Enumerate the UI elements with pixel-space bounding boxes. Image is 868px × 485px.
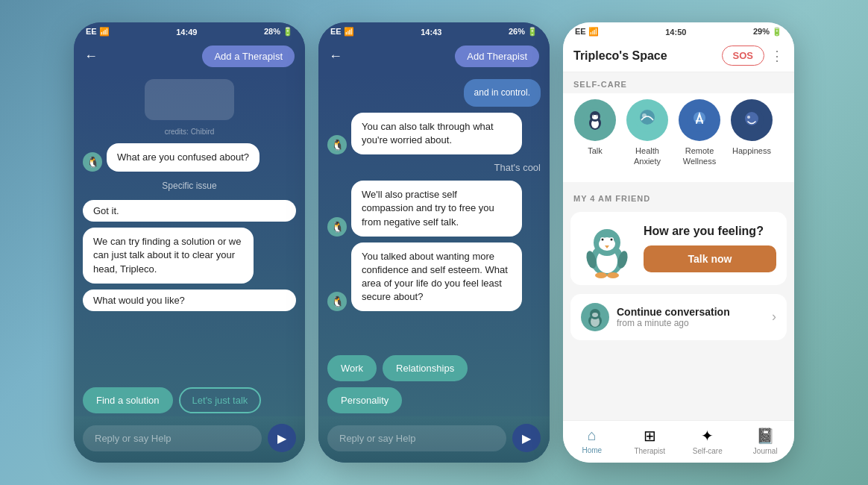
more-icon[interactable]: ⋮ — [770, 48, 784, 64]
bot-row-1: 🐧 What are you confused about? — [83, 143, 296, 172]
phone-header-2: ← Add Therapist — [318, 40, 550, 73]
battery-2: 26% 🔋 — [509, 27, 538, 37]
friend-question: How are you feeling? — [644, 225, 776, 238]
chevron-right-icon: › — [772, 309, 776, 325]
self-care-title: SELF-CARE — [563, 72, 794, 93]
space-title: Tripleco's Space — [573, 49, 667, 63]
send-button-2[interactable]: ▶ — [512, 424, 541, 452]
care-item-happiness[interactable]: Happiness — [730, 99, 773, 167]
nav-selfcare[interactable]: ✦ Self-care — [679, 427, 737, 455]
chat-options-1: Find a solution Let's just talk — [74, 384, 305, 416]
care-circle-talk — [574, 99, 616, 141]
phone-body-1: credits: Chibird 🐧 What are you confused… — [74, 73, 305, 463]
add-therapist-button-2[interactable]: Add Therapist — [455, 46, 539, 67]
status-bar-1: EE 📶 14:49 28% 🔋 — [74, 22, 305, 40]
relationships-button[interactable]: Relationships — [383, 355, 468, 381]
section-label-1: Specific issue — [83, 178, 296, 194]
friend-content: How are you feeling? Talk now — [644, 225, 776, 272]
reply-input-2[interactable]: Reply or say Help — [327, 425, 506, 451]
time-2: 14:43 — [421, 28, 441, 37]
care-item-anxiety[interactable]: Health Anxiety — [626, 99, 669, 167]
user-plain-1: That's cool — [327, 160, 541, 175]
phone-2: EE 📶 14:43 26% 🔋 ← Add Therapist and in … — [318, 22, 550, 463]
friend-section: How are you feeling? Talk now — [570, 212, 787, 285]
status-bar-3: EE 📶 14:50 29% 🔋 — [563, 22, 794, 40]
light-header: Tripleco's Space SOS ⋮ — [563, 40, 794, 72]
svg-point-7 — [593, 115, 594, 116]
bottom-nav: ⌂ Home ⊞ Therapist ✦ Self-care 📓 Journal — [563, 420, 794, 463]
bot-row-2c: 🐧 You talked about wanting more confiden… — [327, 242, 541, 312]
carrier-3: EE 📶 — [575, 27, 599, 37]
nav-home[interactable]: ⌂ Home — [563, 427, 621, 455]
sos-button[interactable]: SOS — [722, 46, 764, 66]
nav-journal[interactable]: 📓 Journal — [737, 427, 795, 455]
bubble-bot-solution: We can try finding a solution or we can … — [83, 228, 254, 284]
time-3: 14:50 — [665, 28, 686, 37]
bubble-bot-2b: We'll also practise self compassion and … — [351, 181, 522, 237]
care-circle-anxiety — [626, 99, 668, 141]
continue-text: Continue conversation from a minute ago — [617, 306, 764, 328]
work-button[interactable]: Work — [327, 355, 377, 381]
nav-therapist[interactable]: ⊞ Therapist — [621, 427, 679, 455]
self-care-row: Talk Health Anxiety — [563, 96, 794, 175]
chat-area-1: credits: Chibird 🐧 What are you confused… — [74, 73, 305, 384]
send-button-1[interactable]: ▶ — [268, 424, 296, 452]
journal-icon: 📓 — [756, 427, 775, 445]
add-therapist-button-1[interactable]: Add a Therapist — [202, 46, 295, 67]
care-circle-wellness — [679, 99, 720, 141]
bubble-bot-1: What are you confused about? — [107, 143, 260, 172]
image-bubble-1 — [145, 79, 234, 120]
input-area-2: Reply or say Help ▶ — [318, 416, 550, 463]
bubble-small-what: What would you like? — [83, 290, 296, 311]
input-area-1: Reply or say Help ▶ — [74, 416, 305, 463]
credits-1: credits: Chibird — [159, 126, 221, 137]
avatar-2a: 🐧 — [327, 135, 347, 154]
carrier-2: EE 📶 — [330, 27, 354, 37]
care-item-wellness[interactable]: Remote Wellness — [678, 99, 721, 167]
care-circle-happiness — [731, 99, 773, 141]
find-solution-button[interactable]: Find a solution — [83, 387, 173, 413]
bubble-bot-2c: You talked about wanting more confidence… — [351, 242, 522, 312]
care-label-happiness: Happiness — [732, 146, 771, 156]
continue-title: Continue conversation — [617, 306, 764, 318]
nav-home-label: Home — [582, 446, 602, 454]
back-arrow-1[interactable]: ← — [84, 48, 98, 64]
lets-talk-button[interactable]: Let's just talk — [179, 387, 262, 413]
reply-input-1[interactable]: Reply or say Help — [83, 425, 262, 451]
nav-therapist-label: Therapist — [634, 447, 665, 455]
phone-1: EE 📶 14:49 28% 🔋 ← Add a Therapist credi… — [74, 22, 305, 463]
continue-avatar — [581, 303, 609, 331]
svg-point-27 — [607, 272, 619, 278]
phone-body-3: SELF-CARE — [563, 72, 794, 420]
svg-point-24 — [602, 238, 604, 240]
svg-point-26 — [595, 272, 607, 278]
phone-header-1: ← Add a Therapist — [74, 40, 305, 73]
bubble-user-1: and in control. — [464, 79, 541, 107]
svg-point-25 — [611, 238, 613, 240]
talk-now-button[interactable]: Talk now — [644, 245, 776, 272]
care-label-anxiety: Health Anxiety — [634, 146, 661, 167]
nav-journal-label: Journal — [753, 447, 778, 455]
svg-point-8 — [597, 115, 597, 116]
time-1: 14:49 — [176, 28, 197, 37]
home-icon: ⌂ — [588, 427, 597, 444]
care-item-talk[interactable]: Talk — [573, 99, 617, 167]
chat-area-2: and in control. 🐧 You can also talk thro… — [318, 73, 550, 352]
back-arrow-2[interactable]: ← — [329, 48, 342, 64]
continue-subtitle: from a minute ago — [617, 318, 764, 328]
bot-row-2b: 🐧 We'll also practise self compassion an… — [327, 181, 541, 237]
chat-options-2: Work Relationships Personality — [318, 352, 550, 416]
selfcare-icon: ✦ — [701, 427, 714, 445]
nav-selfcare-label: Self-care — [693, 447, 723, 455]
continue-card[interactable]: Continue conversation from a minute ago … — [570, 294, 787, 340]
personality-button[interactable]: Personality — [327, 387, 402, 413]
phone-body-2: and in control. 🐧 You can also talk thro… — [318, 73, 550, 463]
carrier-1: EE 📶 — [86, 27, 110, 37]
friend-section-title: MY 4 AM FRIEND — [563, 187, 794, 207]
battery-3: 29% 🔋 — [753, 27, 782, 37]
care-label-talk: Talk — [588, 146, 603, 156]
bubble-bot-2a: You can also talk through what you're wo… — [351, 113, 522, 154]
penguin-illustration — [581, 222, 633, 275]
bubble-small-got-it: Got it. — [83, 200, 296, 222]
svg-point-33 — [592, 313, 598, 317]
